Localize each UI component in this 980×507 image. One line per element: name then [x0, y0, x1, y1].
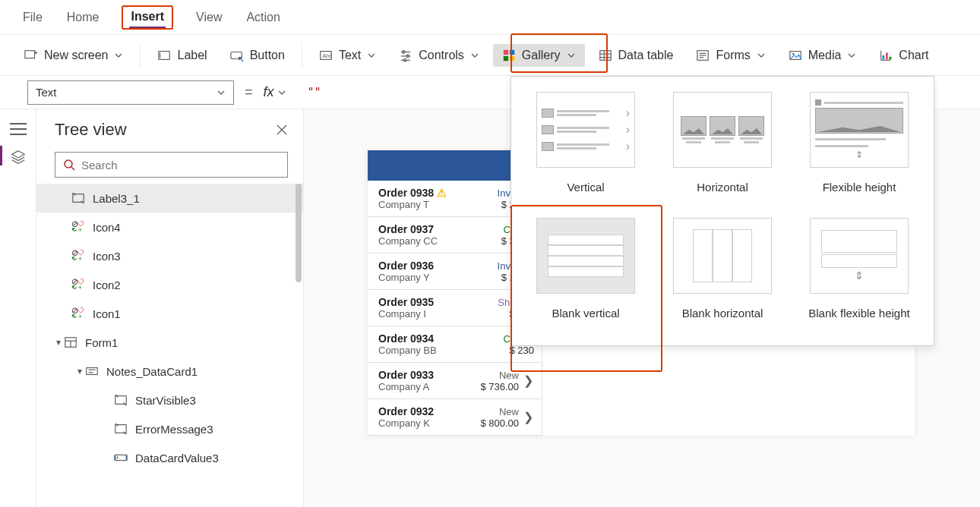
label-button[interactable]: Label: [148, 44, 216, 67]
node-icon: [85, 364, 100, 378]
chevron-down-icon: [847, 51, 856, 60]
node-label: Notes_DataCard1: [106, 365, 198, 378]
svg-text:Abc: Abc: [322, 52, 332, 58]
tree-node[interactable]: ErrorMessage3: [36, 414, 303, 443]
gallery-option-label: Blank horizontal: [682, 300, 763, 327]
gallery-icon: [502, 49, 516, 62]
chevron-down-icon: [470, 51, 479, 60]
gallery-option-bhoriz[interactable]: Blank horizontal: [654, 213, 791, 332]
tree-node[interactable]: +Icon2: [36, 270, 303, 299]
node-label: DataCardValue3: [135, 452, 219, 464]
search-input[interactable]: [55, 152, 288, 178]
new-screen-button[interactable]: New screen: [15, 44, 132, 67]
chart-label: Chart: [899, 49, 928, 62]
text-label: Text: [339, 49, 361, 62]
menu-action[interactable]: Action: [245, 8, 281, 27]
ribbon: New screen Label Button Abc Text Control…: [0, 35, 980, 76]
node-icon: [114, 422, 129, 436]
search-icon: [63, 159, 75, 171]
node-label: Icon4: [93, 221, 121, 234]
new-screen-label: New screen: [44, 49, 108, 62]
svg-rect-16: [504, 55, 508, 60]
fx-label[interactable]: fx: [264, 84, 286, 100]
tree-node[interactable]: +Icon4: [36, 213, 303, 241]
controls-icon: [399, 49, 413, 62]
chart-button[interactable]: Chart: [870, 44, 937, 67]
svg-rect-31: [883, 55, 885, 59]
gallery-option-label: Vertical: [567, 174, 604, 201]
scrollbar-thumb[interactable]: [296, 184, 302, 282]
forms-label: Forms: [716, 49, 750, 62]
menubar: File Home Insert View Action: [0, 0, 980, 35]
gallery-option-label: Flexible height: [823, 174, 896, 201]
tree-node[interactable]: DataCardValue3: [36, 443, 303, 472]
property-selector[interactable]: Text: [27, 80, 234, 105]
gallery-option-label: Blank flexible height: [808, 300, 909, 327]
text-button[interactable]: Abc Text: [310, 44, 385, 67]
chevron-down-icon: [277, 88, 286, 97]
tree-view-tab[interactable]: [10, 149, 27, 168]
button-icon: [230, 49, 244, 62]
order-row[interactable]: Order 0933Company ANew$ 736.00❯: [368, 363, 542, 399]
media-icon: [789, 49, 802, 62]
svg-rect-62: [115, 425, 126, 433]
svg-rect-15: [510, 49, 514, 54]
tree-view-pane: Tree view Label3_1+Icon4+Icon3+Icon2+Ico…: [36, 109, 304, 507]
gallery-option-flex[interactable]: ⇕Flexible height: [791, 87, 928, 206]
button-button[interactable]: Button: [221, 44, 294, 67]
gallery-option-label: Blank vertical: [552, 300, 619, 327]
svg-rect-0: [25, 50, 35, 58]
svg-text:+: +: [78, 227, 82, 234]
tree-node[interactable]: ▾Notes_DataCard1: [36, 357, 303, 386]
menu-insert[interactable]: Insert: [129, 7, 166, 28]
node-icon: [64, 335, 79, 349]
controls-button[interactable]: Controls: [390, 44, 488, 67]
forms-icon: [696, 49, 710, 62]
tree-node[interactable]: Label3_1: [36, 184, 303, 213]
node-icon: +: [71, 220, 87, 234]
gallery-dropdown: ›››VerticalHorizontal⇕Flexible heightBla…: [511, 76, 934, 346]
tree-node[interactable]: ▾Form1: [36, 328, 303, 357]
gallery-option-bflex[interactable]: ⇕Blank flexible height: [791, 213, 928, 332]
chevron-down-icon: [217, 88, 226, 97]
svg-point-36: [65, 160, 72, 168]
menu-file[interactable]: File: [21, 8, 44, 27]
menu-home[interactable]: Home: [65, 8, 101, 27]
tree-node[interactable]: StarVisible3: [36, 386, 303, 414]
tree-list[interactable]: Label3_1+Icon4+Icon3+Icon2+Icon1▾Form1▾N…: [36, 184, 303, 507]
label-icon: [157, 49, 171, 62]
gallery-option-horiz[interactable]: Horizontal: [654, 87, 791, 206]
node-label: StarVisible3: [135, 394, 196, 407]
close-icon[interactable]: [276, 124, 288, 136]
search-field[interactable]: [81, 159, 280, 172]
svg-line-37: [71, 167, 74, 170]
menu-view[interactable]: View: [194, 8, 223, 27]
gallery-option-bvert[interactable]: Blank vertical: [517, 213, 654, 332]
node-icon: +: [71, 249, 87, 263]
forms-button[interactable]: Forms: [687, 44, 774, 67]
hamburger-icon[interactable]: [10, 123, 27, 135]
node-icon: +: [71, 278, 87, 291]
chevron-right-icon: ❯: [523, 410, 534, 424]
datatable-button[interactable]: Data table: [590, 44, 683, 67]
svg-rect-32: [886, 52, 888, 59]
order-row[interactable]: Order 0932Company KNew$ 800.00❯: [368, 399, 542, 436]
svg-rect-17: [510, 55, 514, 60]
chart-icon: [879, 49, 893, 62]
media-button[interactable]: Media: [779, 44, 866, 67]
tree-view-title: Tree view: [55, 120, 127, 140]
gallery-option-vert[interactable]: ›››Vertical: [517, 87, 654, 206]
svg-rect-14: [504, 49, 508, 54]
node-label: ErrorMessage3: [135, 423, 213, 436]
datatable-icon: [599, 49, 612, 62]
tree-node[interactable]: +Icon3: [36, 241, 303, 270]
svg-point-28: [792, 52, 795, 55]
node-label: Form1: [85, 336, 118, 349]
gallery-option-label: Horizontal: [697, 174, 748, 201]
svg-text:+: +: [78, 285, 82, 291]
formula-value[interactable]: "": [297, 86, 321, 99]
tree-node[interactable]: +Icon1: [36, 299, 303, 328]
left-rail: [0, 109, 36, 507]
chevron-down-icon: [367, 51, 376, 60]
gallery-button[interactable]: Gallery: [493, 44, 585, 67]
